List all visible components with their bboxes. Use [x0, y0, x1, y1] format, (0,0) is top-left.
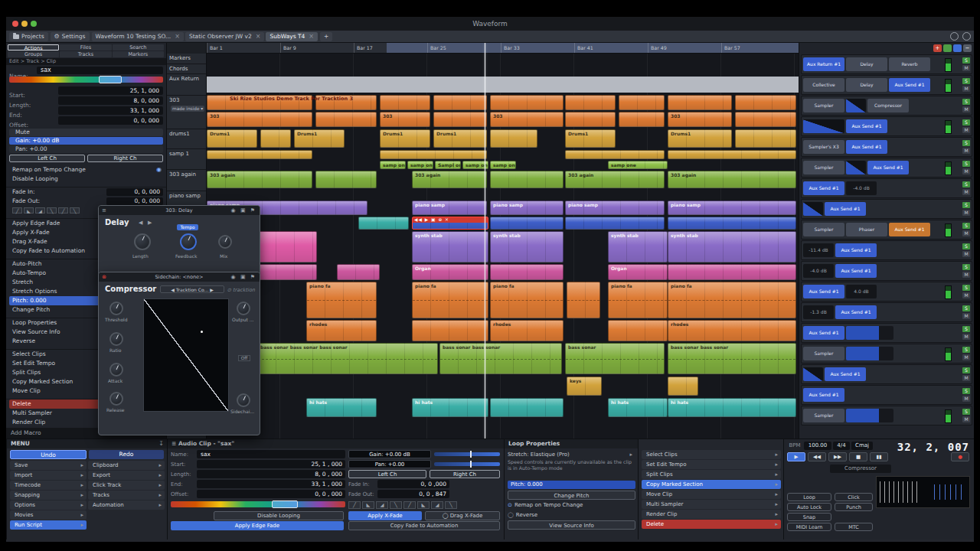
rack-row[interactable]: -4.0 dBAux Send #1SM [801, 261, 972, 281]
audio-clip[interactable] [490, 398, 564, 417]
audio-clip[interactable] [565, 95, 616, 110]
rewind-button[interactable]: ◀◀ [808, 452, 826, 461]
menu-item-fade-in[interactable]: Fade In:0, 0, 000 [6, 187, 166, 197]
plugin-chip[interactable]: Sampler [803, 223, 844, 236]
audio-clip[interactable]: piano fa [608, 282, 668, 318]
audio-clip[interactable]: rhodes [668, 320, 796, 341]
rack-row[interactable]: CollectiveDelayAux Send #1SM [801, 75, 972, 95]
audio-clip[interactable]: Organ [412, 264, 488, 280]
compressor-curve-graph[interactable] [143, 298, 229, 412]
mute-button[interactable]: M [962, 292, 970, 298]
rack-row[interactable]: Aux Send #1SM [801, 199, 972, 219]
arrangement-area[interactable]: Bar 1Bar 9Bar 17Bar 25Bar 33Bar 41Bar 49… [207, 43, 799, 439]
plugin-chip[interactable]: Aux Send #1 [889, 78, 930, 92]
sidebar-tool-files[interactable]: Files [60, 44, 111, 51]
time-signature[interactable]: 4/4 [833, 442, 850, 450]
pin-icon[interactable]: ↧ [158, 439, 164, 448]
left-channel-button[interactable]: Left Ch [348, 470, 426, 478]
solo-button[interactable]: S [962, 202, 970, 208]
color-marker[interactable] [272, 500, 298, 508]
audio-clip[interactable] [358, 217, 409, 230]
audio-clip[interactable]: 303 [668, 112, 732, 127]
audio-clip[interactable]: Drums1 [207, 129, 257, 148]
fade-curve-icon[interactable]: ◣ [24, 207, 34, 214]
cpu-meter-icon[interactable] [950, 32, 959, 41]
play-button[interactable]: ▶ [787, 452, 805, 461]
audio-clip[interactable] [567, 282, 600, 318]
rack-row[interactable]: SamplerPhaserAux Send #1SM [801, 220, 972, 240]
feedback-knob[interactable] [180, 233, 197, 250]
audio-clip[interactable]: 303 [490, 112, 564, 127]
audio-clip[interactable]: bass sonar bass sonar [668, 343, 796, 374]
mute-button[interactable]: M [962, 65, 970, 71]
plugin-chip[interactable]: Aux Send #1 [803, 388, 844, 402]
pan-pill[interactable]: Pan: +0.00 [348, 460, 431, 468]
solo-button[interactable]: S [962, 78, 970, 84]
fade-curve-icon[interactable]: ◢ [35, 207, 45, 214]
plugin-chip[interactable]: Collective [803, 78, 844, 92]
release-knob[interactable] [109, 392, 123, 406]
field-value[interactable]: 0, 0, 000 [106, 197, 163, 205]
mute-button[interactable]: M [962, 210, 970, 216]
fade-shape-icon[interactable]: ╱ [348, 501, 361, 509]
undo-button[interactable]: Undo [10, 450, 87, 459]
action-multi-sampler[interactable]: Multi Sampler▸ [642, 500, 781, 509]
audio-clip[interactable]: hi hats [608, 398, 668, 417]
mute-button[interactable]: M [962, 251, 970, 257]
menu-icon[interactable]: ≡ [102, 206, 106, 215]
green-tool-button[interactable] [943, 44, 952, 52]
track-header-Aux-Return[interactable]: Aux Return [167, 74, 206, 96]
action-set-edit-tempo[interactable]: Set Edit Tempo▸ [642, 460, 781, 469]
mute-button[interactable]: M [962, 334, 970, 340]
gray-tool-button[interactable]: − [963, 44, 972, 52]
audio-clip[interactable]: hi hats [668, 398, 796, 417]
level-meter-chip[interactable] [846, 409, 893, 422]
solo-button[interactable]: S [962, 347, 970, 353]
clip-field-value[interactable]: 25, 1 , 000 [197, 460, 345, 468]
fade-curve-icon[interactable]: ╲ [70, 207, 80, 214]
plugin-chip[interactable]: Sampler [803, 161, 844, 174]
window-icons[interactable]: ◉ ▣ ⚑ [231, 272, 256, 282]
plugin-chip[interactable]: -1.3 dB [803, 305, 834, 319]
menu-tracks[interactable]: Tracks▸ [88, 491, 165, 500]
audio-clip[interactable] [412, 320, 488, 341]
clip-edit-toolbar[interactable]: ◀◀ ▶ ▣ ⊕ ✕ [413, 217, 488, 223]
audio-clip[interactable] [735, 95, 796, 110]
plugin-chip[interactable]: 4.0 dB [846, 285, 877, 298]
mute-button[interactable]: M [962, 106, 970, 112]
audio-clip[interactable]: piano samp [565, 201, 665, 215]
fade-shape-icon[interactable]: ╲ [390, 501, 402, 509]
name-input[interactable]: sax [37, 67, 163, 74]
rack-row[interactable]: SamplerAux Send #1SM [801, 158, 972, 178]
level-meter-chip[interactable] [846, 347, 893, 360]
close-tab-icon[interactable]: × [256, 32, 261, 41]
audio-clip[interactable] [619, 112, 665, 127]
menu-clipboard[interactable]: Clipboard▸ [88, 461, 165, 470]
compressor-window-titlebar[interactable]: ⊗ Sidechain: <none> ◉ ▣ ⚑ [99, 272, 260, 282]
rack-row[interactable]: -1.3 dBAux Send #1SM [801, 302, 972, 322]
menu-options[interactable]: Options▸ [10, 500, 87, 510]
compressor-plugin-window[interactable]: ⊗ Sidechain: <none> ◉ ▣ ⚑ Compressor ◀ T… [98, 272, 260, 435]
audio-clip[interactable] [668, 377, 698, 396]
audio-clip[interactable] [490, 171, 564, 188]
mute-button[interactable]: M [962, 354, 970, 360]
plugin-chip[interactable]: Delay [846, 57, 887, 71]
output-knob[interactable] [237, 302, 250, 315]
toggle-loop[interactable]: Loop [787, 493, 831, 501]
track-header-303[interactable]: 303made inside ▾ [167, 96, 206, 129]
solo-button[interactable]: S [962, 223, 970, 229]
solo-button[interactable]: S [962, 243, 970, 249]
device-chip[interactable]: Compressor [830, 465, 891, 473]
audio-clip[interactable] [668, 95, 732, 110]
apply-edge-fade-button[interactable]: Apply Edge Fade [171, 521, 344, 530]
audio-clip[interactable]: hi hats [412, 398, 488, 417]
audio-clip[interactable]: Organ [608, 264, 668, 280]
solo-button[interactable]: S [962, 388, 970, 394]
right-channel-button[interactable]: Right Ch [430, 470, 500, 478]
menu-click-track[interactable]: Click Track▸ [88, 481, 165, 490]
rack-row[interactable]: Aux Send #14.0 dBSM [801, 282, 972, 302]
rack-row[interactable]: Aux Send #1-4.0 dBSM [801, 178, 972, 198]
audio-clip[interactable] [490, 264, 564, 280]
mute-button[interactable]: M [962, 168, 970, 174]
sidebar-tool-search[interactable]: Search [113, 44, 164, 51]
